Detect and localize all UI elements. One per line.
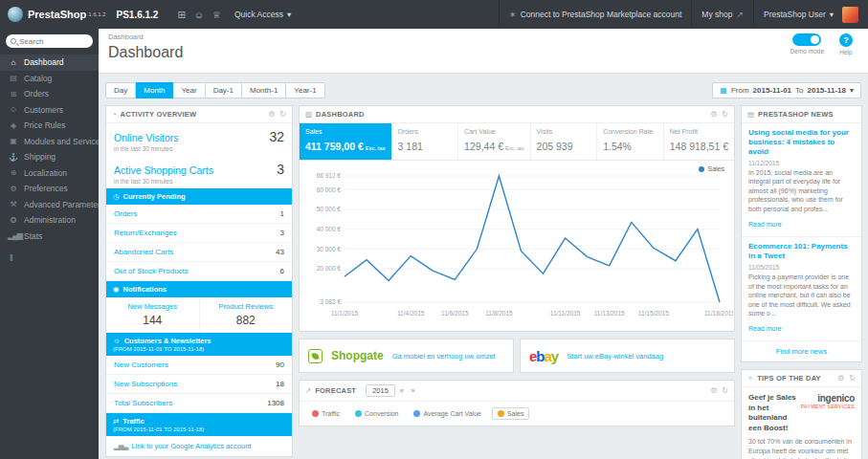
people-icon: ☺ — [8, 105, 18, 114]
notifications-grid: New Messages 144 Product Reviews 882 — [106, 297, 292, 333]
sidebar-item-customers[interactable]: ☺Customers — [0, 102, 99, 119]
people-icon: ☺ — [113, 337, 121, 345]
bell-icon: ◉ — [113, 285, 120, 294]
user-menu[interactable]: PrestaShop User ▾ — [753, 0, 868, 29]
svg-text:3 082 €: 3 082 € — [320, 298, 341, 305]
sidebar-item-preferences[interactable]: ⚙Preferences — [0, 181, 99, 197]
trend-icon: ↗ — [305, 386, 311, 395]
breadcrumb[interactable]: Dashboard — [108, 33, 858, 41]
gear-icon[interactable]: ⚙ — [710, 110, 717, 119]
forecast-legend-sales[interactable]: Sales — [492, 407, 530, 420]
refresh-icon[interactable]: ↻ — [279, 110, 286, 119]
range-day-button[interactable]: Day — [105, 82, 136, 98]
sidebar-item-price-rules[interactable]: ◈Price Rules — [0, 118, 99, 134]
prev-year-icon[interactable]: « — [398, 386, 406, 395]
range-year-1-button[interactable]: Year-1 — [286, 82, 324, 98]
pending-returns-row: Return/Exchanges 3 — [106, 224, 292, 243]
forecast-legend-cart-value[interactable]: Average Cart Value — [409, 408, 485, 419]
svg-text:11/8/2015: 11/8/2015 — [485, 310, 513, 317]
find-more-news-link[interactable]: Find more news — [742, 341, 861, 361]
kpi-net-profit[interactable]: Net Profit 148 918,51 € — [663, 123, 734, 160]
sidebar-item-modules[interactable]: ▣Modules and Services — [0, 134, 99, 150]
svg-text:20 000 €: 20 000 € — [317, 265, 342, 272]
new-customers-row: New Customers 90 — [106, 356, 292, 375]
demo-mode-toggle[interactable]: Demo mode — [790, 33, 824, 55]
sidebar-item-catalog[interactable]: ▤Catalog — [0, 71, 99, 87]
dashboard-icon: ▥ — [305, 110, 312, 119]
tips-headline: Geef je Sales in het buitenland een Boos… — [748, 393, 797, 433]
shopgate-logo: Shopgate — [331, 349, 384, 362]
caret-down-icon: ▾ — [830, 10, 834, 19]
read-more-link[interactable]: Read more — [748, 221, 782, 228]
sidebar-item-stats[interactable]: ▂▄▆Stats — [0, 229, 99, 245]
read-more-link[interactable]: Read more — [748, 325, 782, 332]
google-analytics-link[interactable]: ▂▅▃ Link to your Google Analytics accoun… — [106, 436, 292, 456]
trophy-icon[interactable]: ♕ — [212, 10, 221, 20]
refresh-icon[interactable]: ↻ — [722, 386, 728, 395]
activity-overview-panel: ◔ ACTIVITY OVERVIEW ⚙ ↻ Online Visitors … — [105, 105, 293, 457]
sidebar-item-dashboard[interactable]: ⌂Dashboard — [0, 55, 99, 71]
kpi-orders[interactable]: Orders 3 181 — [391, 123, 458, 160]
sidebar-search — [6, 34, 93, 48]
shopgate-link[interactable]: Ga mobiel en verhoog uw omzet — [392, 352, 496, 361]
range-day-1-button[interactable]: Day-1 — [206, 82, 242, 98]
orders-cart-icon[interactable]: ⊞ — [177, 10, 185, 20]
customers-newsletters-header: ☺Customers & Newsletters (FROM 2015-11-0… — [106, 333, 292, 356]
sidebar-item-orders[interactable]: ⊞Orders — [0, 86, 99, 102]
search-input[interactable] — [19, 37, 88, 46]
product-reviews-cell: Product Reviews 882 — [199, 297, 293, 333]
news-article-title[interactable]: Ecommerce 101: Payments in a Tweet — [748, 242, 855, 261]
marketplace-link[interactable]: ∗ Connect to PrestaShop Marketplace acco… — [499, 0, 691, 29]
gear-icon[interactable]: ⚙ — [837, 374, 844, 382]
out-of-stock-row: Out of Stock Products 6 — [106, 262, 292, 281]
range-month-button[interactable]: Month — [136, 82, 173, 98]
ingenico-logo[interactable]: ingenico payment services — [801, 393, 855, 409]
forecast-year-select[interactable]: 2015 — [366, 384, 395, 397]
next-year-icon[interactable]: » — [409, 386, 416, 395]
chart-legend: Sales — [699, 165, 724, 172]
sales-line-chart: 66 912 €60 000 €50 000 €40 000 €30 000 €… — [300, 163, 733, 327]
quick-access-menu[interactable]: Quick Access ▾ — [234, 10, 291, 19]
news-article-title[interactable]: Using social media for your business: 4 … — [748, 128, 855, 157]
my-shop-link[interactable]: My shop ↗ — [691, 0, 753, 29]
customers-icon[interactable]: ☺ — [194, 10, 204, 20]
active-carts-link[interactable]: Active Shopping Carts — [114, 164, 213, 176]
prestashop-brand[interactable]: PrestaShop 1.6.1.2 PS1.6.1.2 — [0, 7, 166, 22]
brand-name: PrestaShop — [28, 9, 86, 20]
date-range-picker[interactable]: ▦ From 2015-11-01 To 2015-11-18 ▾ — [712, 82, 861, 98]
gear-icon[interactable]: ⚙ — [268, 110, 275, 119]
sidebar-item-administration[interactable]: ✪Administration — [0, 212, 99, 229]
kpi-sales[interactable]: Sales 411 759,00 €Exc. tax — [300, 123, 391, 160]
sidebar-item-shipping[interactable]: ⚓Shipping — [0, 149, 99, 165]
currently-pending-header: ◷Currently Pending — [106, 188, 292, 205]
refresh-icon[interactable]: ↻ — [722, 110, 728, 119]
forecast-legend-traffic[interactable]: Traffic — [307, 408, 345, 419]
kpi-conversion-rate[interactable]: Conversion Rate 1.54% — [596, 123, 663, 160]
gear-icon[interactable]: ⚙ — [710, 386, 717, 395]
analytics-icon: ▂▅▃ — [114, 442, 127, 450]
from-date: 2015-11-01 — [753, 86, 791, 95]
forecast-legend: Traffic Conversion Average Cart Value Sa… — [300, 402, 734, 426]
module-promos: Shopgate Ga mobiel en verhoog uw omzet e… — [299, 339, 735, 373]
forecast-legend-conversion[interactable]: Conversion — [350, 408, 403, 419]
range-year-button[interactable]: Year — [173, 82, 205, 98]
tools-icon: ⚒ — [8, 200, 18, 208]
online-visitors-link[interactable]: Online Visitors — [114, 132, 179, 143]
user-avatar — [842, 7, 858, 23]
shipping-icon: ⚓ — [8, 153, 18, 162]
kpi-visits[interactable]: Visits 205 939 — [530, 123, 597, 160]
sidebar-item-localization[interactable]: ⊕Localization — [0, 165, 99, 182]
sidebar-nav: ⌂Dashboard ▤Catalog ⊞Orders ☺Customers ◈… — [0, 55, 99, 244]
range-month-1-button[interactable]: Month-1 — [242, 82, 286, 98]
new-subscriptions-row: New Subscriptions 18 — [106, 375, 292, 394]
toggle-switch — [792, 33, 821, 46]
refresh-icon[interactable]: ↻ — [849, 374, 856, 382]
svg-text:60 000 €: 60 000 € — [317, 186, 342, 193]
kpi-cart-value[interactable]: Cart Value 129,44 €Exc. tax — [457, 123, 529, 160]
sidebar-item-advanced-parameters[interactable]: ⚒Advanced Parameters — [0, 197, 99, 213]
svg-text:30 000 €: 30 000 € — [317, 246, 342, 252]
ebay-link[interactable]: Start uw eBay-winkel vandaag — [567, 352, 663, 361]
help-button[interactable]: ? Help — [839, 33, 853, 55]
sidebar-collapse-icon[interactable]: ‖ — [0, 244, 99, 263]
shop-name: PS1.6.1.2 — [117, 10, 159, 20]
